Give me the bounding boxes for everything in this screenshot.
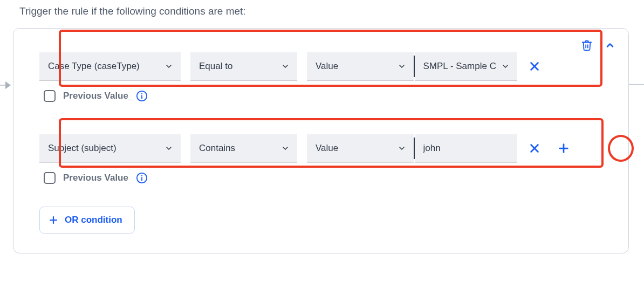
- operator-select[interactable]: Equal to: [190, 52, 297, 80]
- chevron-down-icon: [281, 62, 290, 71]
- condition-row-wrapper-2: Subject (subject) Contains Value: [39, 134, 612, 184]
- or-button-label: OR condition: [65, 215, 122, 225]
- panel-actions: [581, 39, 615, 51]
- remove-condition-button[interactable]: [527, 141, 542, 156]
- rule-conditions-page: Trigger the rule if the following condit…: [0, 0, 644, 288]
- field-select[interactable]: Subject (subject): [39, 134, 181, 162]
- flow-line: [0, 85, 5, 86]
- previous-value-label: Previous Value: [63, 91, 128, 101]
- plus-icon: [49, 215, 58, 225]
- value-type-select[interactable]: Value: [307, 52, 414, 80]
- value-group: Value: [307, 134, 517, 162]
- chevron-down-icon: [281, 144, 290, 153]
- previous-value-label: Previous Value: [63, 173, 128, 183]
- chevron-down-icon: [398, 62, 406, 71]
- info-icon[interactable]: [136, 172, 148, 184]
- field-select[interactable]: Case Type (caseType): [39, 52, 181, 80]
- condition-row: Case Type (caseType) Equal to Value SMPL…: [39, 52, 612, 80]
- condition-row-wrapper-1: Case Type (caseType) Equal to Value SMPL…: [39, 52, 612, 102]
- value-type-select[interactable]: Value: [307, 134, 414, 162]
- collapse-button[interactable]: [605, 40, 615, 51]
- flow-connector-in: [0, 82, 11, 88]
- value-input[interactable]: [415, 134, 517, 162]
- value-divider: [414, 56, 415, 77]
- previous-value-checkbox[interactable]: [44, 172, 56, 184]
- operator-select-label: Equal to: [199, 61, 232, 72]
- conditions-panel: Case Type (caseType) Equal to Value SMPL…: [13, 28, 629, 253]
- operator-select-label: Contains: [199, 143, 235, 154]
- trash-icon: [581, 39, 593, 51]
- close-icon: [529, 60, 540, 72]
- value-select-label: SMPL - Sample C: [423, 61, 496, 72]
- info-icon[interactable]: [136, 90, 148, 102]
- value-select[interactable]: SMPL - Sample C: [415, 52, 517, 80]
- chevron-up-icon: [605, 40, 615, 51]
- field-select-label: Case Type (caseType): [48, 61, 140, 72]
- plus-icon: [558, 142, 570, 154]
- flow-connector-out: [629, 84, 644, 85]
- arrow-right-icon: [5, 81, 11, 89]
- remove-condition-button[interactable]: [527, 59, 542, 74]
- svg-point-11: [141, 175, 142, 176]
- previous-value-option: Previous Value: [44, 172, 612, 184]
- svg-point-4: [141, 93, 142, 94]
- delete-group-button[interactable]: [581, 39, 593, 51]
- value-divider: [414, 138, 415, 159]
- chevron-down-icon: [398, 144, 406, 153]
- section-heading: Trigger the rule if the following condit…: [19, 5, 644, 17]
- condition-row: Subject (subject) Contains Value: [39, 134, 612, 162]
- value-type-label: Value: [316, 61, 338, 72]
- previous-value-checkbox[interactable]: [44, 90, 56, 102]
- add-condition-button[interactable]: [552, 136, 576, 160]
- previous-value-option: Previous Value: [44, 90, 612, 102]
- add-or-condition-button[interactable]: OR condition: [39, 207, 135, 234]
- value-group: Value SMPL - Sample C: [307, 52, 517, 80]
- value-type-label: Value: [316, 143, 338, 154]
- chevron-down-icon: [501, 62, 510, 71]
- field-select-label: Subject (subject): [48, 143, 117, 154]
- operator-select[interactable]: Contains: [190, 134, 297, 162]
- chevron-down-icon: [165, 62, 173, 71]
- close-icon: [529, 142, 540, 154]
- chevron-down-icon: [165, 144, 173, 153]
